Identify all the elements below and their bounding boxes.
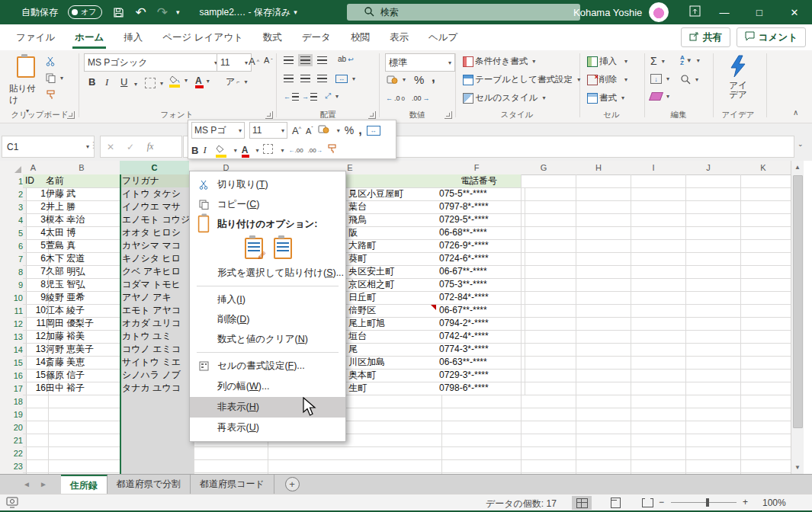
grid-cell-F1[interactable]: 電話番号 (437, 174, 522, 188)
grid-cell-I16[interactable] (626, 369, 686, 382)
ribbon-display-options-icon[interactable] (689, 5, 701, 19)
normal-view-button[interactable] (572, 496, 592, 510)
grid-cell-C15[interactable]: サイトウ ミエ (120, 356, 194, 370)
format-painter-button[interactable] (46, 90, 56, 100)
grid-cell-G23[interactable] (516, 459, 576, 473)
menu-item-C[interactable]: コピー(C) (190, 194, 345, 214)
format-as-table-button[interactable]: テーブルとして書式設定▾ (463, 74, 580, 85)
insert-function-icon[interactable]: fx (140, 141, 160, 152)
grid-cell-F15[interactable]: 06-63**-**** (437, 356, 522, 370)
grid-cell-H1[interactable] (571, 174, 631, 188)
grid-cell-J18[interactable] (681, 395, 741, 408)
bold-button[interactable]: B (88, 76, 95, 88)
grid-cell-J11[interactable] (681, 304, 741, 318)
grid-cell-F20[interactable] (437, 421, 522, 434)
decrease-decimal-button[interactable]: .00→ (412, 94, 430, 102)
grid-cell-J5[interactable] (681, 226, 741, 240)
grid-cell-G13[interactable] (516, 330, 576, 344)
accessibility-status-icon[interactable] (6, 497, 18, 510)
grid-cell-H22[interactable] (571, 446, 631, 460)
mini-decrease-decimal-icon[interactable]: .00→ (308, 147, 323, 154)
grid-cell-F13[interactable]: 0742-4*-**** (437, 330, 522, 344)
autosave-toggle[interactable]: オフ (68, 5, 102, 19)
grid-cell-H16[interactable] (571, 369, 631, 382)
font-name-combo[interactable]: MS Pゴシック▾ (84, 53, 221, 72)
wrap-text-button[interactable]: ab↩ (338, 55, 354, 63)
decrease-indent-button[interactable]: ← (284, 93, 299, 101)
menu-item-U[interactable]: 再表示(U) (190, 418, 345, 438)
fill-button[interactable]: ↓▾ (650, 74, 669, 84)
grid-cell-B17[interactable]: 田中 裕子 (43, 382, 125, 395)
grid-cell-F6[interactable]: 0726-9*-**** (437, 239, 522, 253)
grid-cell-H5[interactable] (571, 226, 631, 240)
grid-cell-F9[interactable]: 075-3**-**** (437, 278, 522, 292)
grid-cell-B1[interactable]: 名前 (43, 174, 125, 188)
tab-ホーム[interactable]: ホーム (65, 24, 114, 50)
grid-cell-G16[interactable] (516, 369, 576, 382)
grid-cell-I23[interactable] (626, 459, 686, 473)
document-save-status[interactable]: 保存済み (254, 6, 290, 19)
grid-cell-B7[interactable]: 木下 宏道 (43, 252, 125, 266)
name-box[interactable]: C1 ▾ (2, 136, 95, 158)
grid-cell-C12[interactable]: オカダ ユリコ (120, 317, 194, 331)
enter-icon[interactable]: ✓ (120, 142, 140, 152)
grid-cell-G5[interactable] (516, 226, 576, 240)
expand-formula-bar-icon[interactable]: ⌄ (798, 140, 804, 148)
grid-cell-I6[interactable] (626, 239, 686, 253)
user-name[interactable]: Kohama Yoshie (573, 7, 642, 18)
grid-cell-G14[interactable] (516, 343, 576, 357)
grid-cell-G7[interactable] (516, 252, 576, 266)
grid-cell-J6[interactable] (681, 239, 741, 253)
grid-cell-B13[interactable]: 加藤 裕美 (43, 330, 125, 344)
grid-cell-H11[interactable] (571, 304, 631, 318)
page-break-view-button[interactable] (637, 496, 657, 510)
grid-cell-I9[interactable] (626, 278, 686, 292)
grid-cell-I11[interactable] (626, 304, 686, 318)
grid-cell-J9[interactable] (681, 278, 741, 292)
grid-cell-I13[interactable] (626, 330, 686, 344)
grid-cell-G17[interactable] (516, 382, 576, 395)
zoom-slider[interactable] (671, 502, 737, 503)
mini-borders-icon[interactable] (263, 144, 273, 156)
minimize-button[interactable]: — (707, 0, 742, 24)
grid-cell-B10[interactable]: 綾野 亜希 (43, 291, 125, 305)
grid-cell-B9[interactable]: 児玉 智弘 (43, 278, 125, 292)
grid-cell-C5[interactable]: オオタ ヒロシ (120, 226, 194, 240)
merge-center-button[interactable]: ↔▾ (335, 75, 355, 83)
grid-cell-H15[interactable] (571, 356, 631, 370)
formula-bar-splitter[interactable]: ⋮ (89, 140, 98, 150)
align-left-button[interactable] (284, 75, 294, 82)
grid-cell-F12[interactable]: 0794-2*-**** (437, 317, 522, 331)
mini-italic-icon[interactable]: I (203, 144, 206, 156)
vscroll-down-icon[interactable]: ▼ (791, 464, 804, 471)
grid-cell-J14[interactable] (681, 343, 741, 357)
grid-cell-I15[interactable] (626, 356, 686, 370)
tab-校閲[interactable]: 校閲 (341, 24, 380, 50)
find-select-button[interactable]: ▾ (680, 74, 698, 85)
grid-cell-I5[interactable] (626, 226, 686, 240)
mini-increase-font-icon[interactable]: A^ (292, 125, 301, 136)
grid-cell-D22[interactable] (189, 446, 268, 460)
paste-keep-formatting-icon[interactable]: 🖉 (245, 238, 263, 259)
column-header-F[interactable]: F (437, 161, 517, 175)
grid-cell-K12[interactable] (736, 317, 796, 331)
worksheet-grid[interactable]: ABCDEFGHIJK12345678910111213141516171819… (0, 161, 812, 474)
menu-item-S[interactable]: 形式を選択して貼り付け(S)... (190, 263, 345, 283)
column-header-J[interactable]: J (681, 161, 737, 175)
ideas-button[interactable]: アイデア (723, 55, 753, 99)
grid-cell-I1[interactable] (626, 174, 686, 188)
grid-cell-G1[interactable] (516, 174, 576, 188)
cancel-icon[interactable]: ✕ (101, 142, 120, 152)
document-title[interactable]: sample2.… (200, 7, 246, 18)
column-header-I[interactable]: I (626, 161, 682, 175)
maximize-button[interactable]: □ (742, 0, 777, 24)
grid-cell-G19[interactable] (516, 408, 576, 421)
save-icon[interactable] (113, 7, 124, 18)
column-header-B[interactable]: B (43, 161, 120, 175)
grid-cell-B20[interactable] (43, 421, 125, 434)
menu-item-D[interactable]: 削除(D) (190, 309, 345, 329)
sort-filter-button[interactable]: AZ▼▾ (680, 55, 700, 66)
grid-cell-C16[interactable]: シノハラ ノブ (120, 369, 194, 382)
grid-cell-J16[interactable] (681, 369, 741, 382)
format-cells-button[interactable]: 書式▾ (587, 92, 624, 104)
